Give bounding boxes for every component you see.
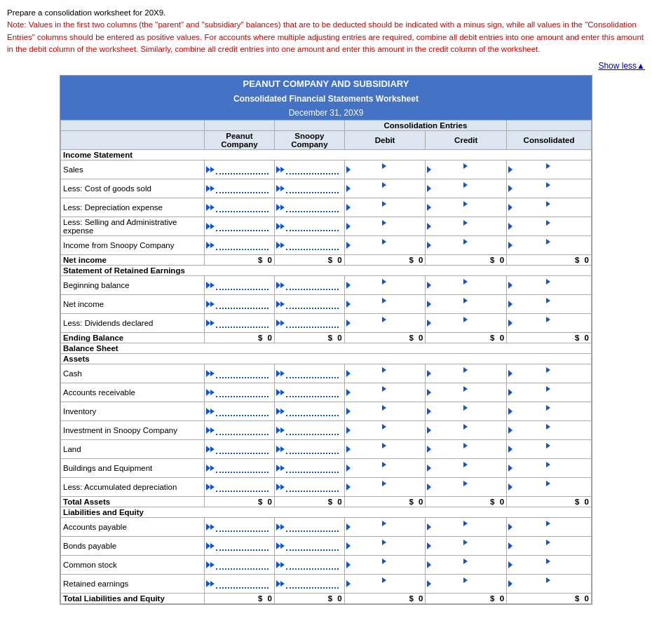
snoopy-cell-liabilities_equity-2[interactable]: [274, 556, 344, 575]
peanut-input-retained_earnings-0[interactable]: [216, 280, 269, 290]
credit-input-balance_sheet-6[interactable]: [428, 487, 504, 495]
credit-input-income_statement-1[interactable]: [428, 189, 504, 197]
peanut-input-income_statement-1[interactable]: [216, 184, 269, 193]
debit-cell-balance_sheet-0[interactable]: [344, 364, 426, 383]
peanut-input-balance_sheet-4[interactable]: [216, 444, 269, 454]
snoopy-cell-income_statement-4[interactable]: [274, 236, 344, 255]
credit-cell-balance_sheet-2[interactable]: [426, 402, 507, 421]
debit-cell-retained_earnings-1[interactable]: [344, 295, 426, 314]
snoopy-input-balance_sheet-2[interactable]: [286, 406, 339, 416]
peanut-cell-retained_earnings-1[interactable]: [205, 295, 275, 314]
consolidated-cell-balance_sheet-2[interactable]: [507, 402, 592, 421]
consolidated-cell-income_statement-4[interactable]: [507, 236, 592, 255]
credit-input-liabilities_equity-2[interactable]: [428, 565, 504, 573]
consolidated-input-liabilities_equity-2[interactable]: [509, 565, 589, 573]
debit-cell-income_statement-4[interactable]: [344, 236, 426, 255]
debit-input-liabilities_equity-0[interactable]: [347, 527, 423, 535]
debit-cell-retained_earnings-0[interactable]: [344, 276, 426, 295]
debit-cell-liabilities_equity-0[interactable]: [344, 518, 426, 537]
debit-cell-income_statement-0[interactable]: [344, 160, 426, 179]
consolidated-cell-income_statement-2[interactable]: [507, 198, 592, 217]
consolidated-cell-liabilities_equity-1[interactable]: [507, 537, 592, 556]
debit-input-income_statement-1[interactable]: [347, 189, 423, 197]
consolidated-input-retained_earnings-2[interactable]: [509, 323, 589, 331]
credit-cell-income_statement-2[interactable]: [426, 198, 507, 217]
credit-cell-liabilities_equity-1[interactable]: [426, 537, 507, 556]
consolidated-input-income_statement-2[interactable]: [509, 207, 589, 216]
snoopy-cell-retained_earnings-0[interactable]: [274, 276, 344, 295]
credit-input-income_statement-0[interactable]: [428, 170, 504, 178]
snoopy-input-balance_sheet-6[interactable]: [286, 482, 339, 492]
debit-input-income_statement-2[interactable]: [347, 207, 423, 216]
debit-input-income_statement-4[interactable]: [347, 245, 423, 254]
snoopy-input-income_statement-0[interactable]: [286, 165, 339, 174]
debit-input-liabilities_equity-2[interactable]: [347, 565, 423, 573]
peanut-cell-retained_earnings-0[interactable]: [205, 276, 275, 295]
debit-cell-retained_earnings-2[interactable]: [344, 314, 426, 333]
consolidated-cell-balance_sheet-6[interactable]: [507, 478, 592, 497]
snoopy-cell-retained_earnings-1[interactable]: [274, 295, 344, 314]
debit-cell-balance_sheet-6[interactable]: [344, 478, 426, 497]
peanut-cell-liabilities_equity-0[interactable]: [205, 518, 275, 537]
snoopy-cell-income_statement-3[interactable]: [274, 217, 344, 236]
snoopy-input-balance_sheet-0[interactable]: [286, 369, 339, 378]
debit-cell-balance_sheet-5[interactable]: [344, 459, 426, 478]
snoopy-cell-retained_earnings-2[interactable]: [274, 314, 344, 333]
credit-cell-retained_earnings-2[interactable]: [426, 314, 507, 333]
consolidated-input-income_statement-1[interactable]: [509, 189, 589, 197]
consolidated-cell-balance_sheet-0[interactable]: [507, 364, 592, 383]
credit-cell-income_statement-4[interactable]: [426, 236, 507, 255]
credit-cell-balance_sheet-0[interactable]: [426, 364, 507, 383]
credit-cell-income_statement-1[interactable]: [426, 179, 507, 198]
snoopy-cell-balance_sheet-1[interactable]: [274, 383, 344, 402]
consolidated-input-balance_sheet-1[interactable]: [509, 392, 589, 401]
credit-cell-balance_sheet-1[interactable]: [426, 383, 507, 402]
consolidated-cell-balance_sheet-1[interactable]: [507, 383, 592, 402]
snoopy-input-balance_sheet-3[interactable]: [286, 425, 339, 435]
debit-cell-balance_sheet-3[interactable]: [344, 421, 426, 440]
debit-cell-liabilities_equity-1[interactable]: [344, 537, 426, 556]
peanut-input-retained_earnings-2[interactable]: [216, 318, 269, 328]
debit-cell-balance_sheet-1[interactable]: [344, 383, 426, 402]
peanut-input-balance_sheet-2[interactable]: [216, 406, 269, 416]
peanut-input-retained_earnings-1[interactable]: [216, 299, 269, 309]
credit-input-retained_earnings-2[interactable]: [428, 323, 504, 331]
consolidated-cell-balance_sheet-5[interactable]: [507, 459, 592, 478]
credit-input-balance_sheet-4[interactable]: [428, 449, 504, 458]
consolidated-input-income_statement-4[interactable]: [509, 245, 589, 254]
credit-input-retained_earnings-0[interactable]: [428, 285, 504, 294]
peanut-cell-liabilities_equity-2[interactable]: [205, 556, 275, 575]
consolidated-input-balance_sheet-5[interactable]: [509, 468, 589, 477]
credit-input-income_statement-3[interactable]: [428, 226, 504, 235]
debit-input-balance_sheet-4[interactable]: [347, 449, 423, 458]
credit-input-liabilities_equity-1[interactable]: [428, 546, 504, 554]
credit-cell-liabilities_equity-0[interactable]: [426, 518, 507, 537]
debit-input-income_statement-3[interactable]: [347, 226, 423, 235]
peanut-cell-balance_sheet-4[interactable]: [205, 440, 275, 459]
snoopy-input-balance_sheet-5[interactable]: [286, 463, 339, 473]
snoopy-cell-balance_sheet-4[interactable]: [274, 440, 344, 459]
snoopy-input-retained_earnings-2[interactable]: [286, 318, 339, 328]
consolidated-input-liabilities_equity-0[interactable]: [509, 527, 589, 535]
peanut-cell-income_statement-2[interactable]: [205, 198, 275, 217]
snoopy-input-liabilities_equity-1[interactable]: [286, 541, 339, 551]
snoopy-input-income_statement-4[interactable]: [286, 240, 339, 250]
peanut-cell-income_statement-3[interactable]: [205, 217, 275, 236]
snoopy-input-balance_sheet-4[interactable]: [286, 444, 339, 454]
peanut-cell-balance_sheet-5[interactable]: [205, 459, 275, 478]
snoopy-cell-income_statement-2[interactable]: [274, 198, 344, 217]
credit-input-balance_sheet-0[interactable]: [428, 374, 504, 382]
peanut-input-liabilities_equity-2[interactable]: [216, 560, 269, 570]
consolidated-input-retained_earnings-1[interactable]: [509, 304, 589, 313]
snoopy-input-income_statement-2[interactable]: [286, 203, 339, 212]
peanut-cell-balance_sheet-0[interactable]: [205, 364, 275, 383]
peanut-input-balance_sheet-0[interactable]: [216, 369, 269, 378]
debit-input-income_statement-0[interactable]: [347, 170, 423, 178]
credit-input-income_statement-2[interactable]: [428, 207, 504, 216]
consolidated-input-balance_sheet-0[interactable]: [509, 374, 589, 382]
credit-input-income_statement-4[interactable]: [428, 245, 504, 254]
debit-cell-liabilities_equity-2[interactable]: [344, 556, 426, 575]
snoopy-input-retained_earnings-0[interactable]: [286, 280, 339, 290]
debit-input-balance_sheet-3[interactable]: [347, 430, 423, 439]
snoopy-input-liabilities_equity-2[interactable]: [286, 560, 339, 570]
